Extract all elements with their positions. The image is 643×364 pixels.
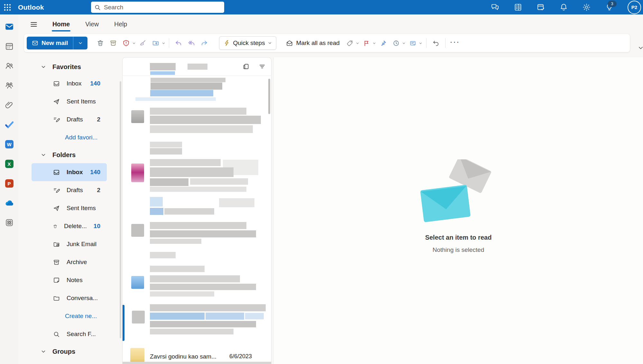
- rail-todo-button[interactable]: [3, 118, 16, 131]
- rail-calendar-button[interactable]: [3, 40, 16, 53]
- folder-pane-scrollbar[interactable]: [120, 81, 121, 338]
- quick-steps-button[interactable]: Quick steps: [219, 36, 276, 50]
- rail-more-apps-button[interactable]: [3, 216, 16, 229]
- sweep-button[interactable]: [136, 37, 149, 49]
- folder-pane-toggle-button[interactable]: [27, 19, 40, 30]
- folders-conversation-history[interactable]: Conversa...: [32, 289, 107, 307]
- empty-state-subtitle: Nothing is selected: [433, 246, 484, 253]
- folders-junk-email[interactable]: Junk Email: [32, 235, 107, 253]
- folders-inbox[interactable]: Inbox 140: [32, 163, 107, 181]
- tab-help[interactable]: Help: [108, 14, 133, 34]
- teams-chat-button[interactable]: [491, 3, 500, 12]
- tips-button[interactable]: 3: [605, 3, 614, 12]
- flag-dropdown-chevron[interactable]: [372, 41, 377, 45]
- email-list-item[interactable]: [123, 220, 271, 247]
- favorites-section-header[interactable]: Favorites: [18, 59, 122, 75]
- more-options-button[interactable]: ···: [448, 37, 461, 49]
- tag-icon: [346, 40, 353, 47]
- redacted-text-block: [190, 178, 248, 185]
- create-new-folder-link[interactable]: Create ne...: [32, 307, 107, 325]
- message-list-scrollbar[interactable]: [268, 79, 270, 114]
- redacted-avatar: [131, 224, 144, 237]
- folders-notes[interactable]: Notes: [32, 271, 107, 289]
- new-mail-button[interactable]: New mail: [27, 37, 73, 49]
- archive-button[interactable]: [107, 37, 120, 49]
- reply-button[interactable]: [172, 37, 185, 49]
- rules-button[interactable]: [407, 37, 419, 49]
- mark-all-as-read-label: Mark all as read: [296, 40, 340, 47]
- rules-dropdown-chevron[interactable]: [418, 41, 423, 45]
- categorize-button[interactable]: [344, 37, 356, 49]
- tab-view[interactable]: View: [79, 14, 105, 34]
- reply-all-button[interactable]: [185, 37, 198, 49]
- email-list-item[interactable]: [123, 196, 271, 217]
- folders-search-folders[interactable]: Search F...: [32, 325, 107, 343]
- my-day-button[interactable]: [536, 3, 545, 12]
- search-bar[interactable]: [91, 2, 224, 13]
- rail-onedrive-button[interactable]: [3, 197, 16, 209]
- folders-sent-items[interactable]: Sent Items: [32, 199, 107, 217]
- folders-section-header[interactable]: Folders: [18, 146, 122, 163]
- search-icon: [53, 331, 60, 338]
- redacted-text-block: [164, 208, 214, 215]
- folder-label: Inbox: [67, 169, 83, 176]
- select-messages-button[interactable]: [242, 62, 251, 71]
- rail-word-button[interactable]: W: [3, 138, 16, 151]
- favorites-sent-items[interactable]: Sent Items: [32, 93, 107, 111]
- rail-excel-button[interactable]: X: [3, 157, 16, 170]
- email-list-item-selected[interactable]: [123, 302, 271, 346]
- new-mail-split-button[interactable]: New mail: [27, 37, 87, 49]
- email-subject[interactable]: Zavrsi godinu kao sam...: [150, 353, 216, 360]
- move-to-button[interactable]: [149, 37, 162, 49]
- folders-deleted-items[interactable]: Delete... 10: [32, 217, 107, 235]
- redacted-text-block: [150, 284, 256, 290]
- rail-powerpoint-button[interactable]: P: [3, 177, 16, 190]
- word-icon: W: [5, 140, 14, 148]
- new-mail-dropdown[interactable]: [73, 37, 87, 49]
- report-button[interactable]: [120, 37, 133, 49]
- tab-home[interactable]: Home: [46, 14, 76, 34]
- delete-button[interactable]: [94, 37, 107, 49]
- favorites-inbox[interactable]: Inbox 140: [32, 75, 107, 93]
- groups-section-header[interactable]: Groups: [18, 343, 122, 360]
- search-input[interactable]: [103, 4, 221, 11]
- snooze-button[interactable]: [390, 37, 403, 49]
- snooze-dropdown-chevron[interactable]: [401, 41, 407, 45]
- mark-all-as-read-button[interactable]: Mark all as read: [282, 37, 344, 49]
- add-favorite-link[interactable]: Add favori...: [32, 129, 107, 146]
- redacted-text-block: [150, 252, 176, 258]
- redacted-text-block: [150, 187, 246, 192]
- account-avatar[interactable]: P2: [628, 1, 641, 14]
- folders-drafts[interactable]: Drafts 2: [32, 181, 107, 199]
- report-dropdown-chevron[interactable]: [131, 41, 136, 45]
- notifications-button[interactable]: [559, 3, 568, 12]
- folder-label: Sent Items: [67, 98, 96, 105]
- toolbar-divider: [426, 38, 427, 48]
- rail-mail-button[interactable]: [3, 20, 16, 33]
- email-list-item[interactable]: [123, 75, 271, 104]
- pin-icon: [380, 40, 387, 47]
- collapse-ribbon-button[interactable]: [638, 45, 643, 51]
- favorites-drafts[interactable]: Drafts 2: [32, 111, 107, 129]
- drafts-pencil-icon: [53, 116, 60, 123]
- flag-button[interactable]: [360, 37, 373, 49]
- move-to-dropdown-chevron[interactable]: [161, 41, 166, 45]
- undo-button[interactable]: [429, 37, 442, 49]
- categorize-dropdown-chevron[interactable]: [355, 41, 360, 45]
- email-list-item[interactable]: [123, 106, 271, 138]
- rail-groups-button[interactable]: [3, 79, 16, 92]
- email-list-item[interactable]: [123, 158, 271, 196]
- forward-button[interactable]: [198, 37, 211, 49]
- redacted-text-block: [206, 313, 244, 320]
- chevron-down-icon: [41, 349, 46, 354]
- email-list-item[interactable]: [123, 263, 271, 300]
- app-launcher-button[interactable]: [0, 0, 15, 14]
- folders-archive[interactable]: Archive: [32, 253, 107, 271]
- settings-button[interactable]: [582, 3, 591, 12]
- pin-button[interactable]: [377, 37, 390, 49]
- rail-people-button[interactable]: [3, 59, 16, 72]
- sweep-broom-icon: [139, 40, 146, 47]
- filter-button[interactable]: [258, 62, 267, 71]
- rail-files-button[interactable]: [3, 99, 16, 111]
- feed-button[interactable]: [513, 3, 522, 12]
